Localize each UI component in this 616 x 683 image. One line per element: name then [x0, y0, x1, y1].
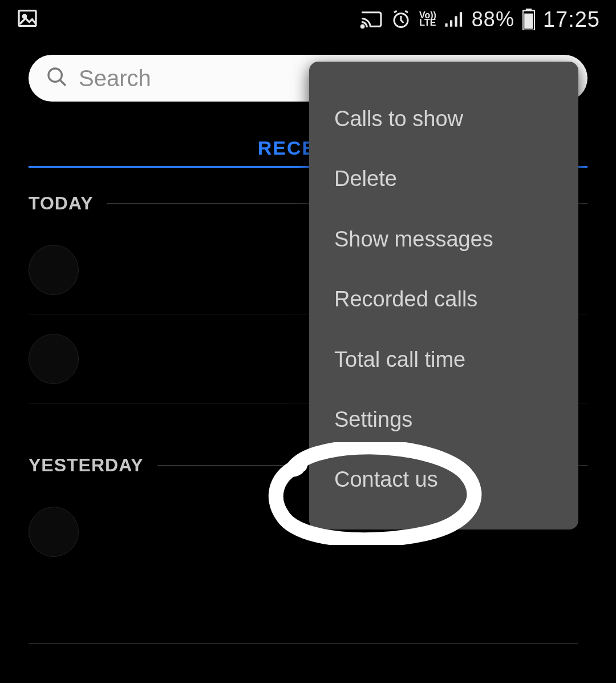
avatar	[29, 334, 79, 384]
search-icon	[46, 66, 68, 91]
image-notification-icon	[16, 7, 39, 32]
svg-point-2	[361, 25, 364, 28]
volte-bottom: LTE	[419, 19, 436, 27]
battery-percentage: 88%	[472, 7, 514, 31]
battery-icon	[522, 9, 535, 30]
menu-delete[interactable]: Delete	[309, 149, 578, 209]
status-left	[16, 7, 360, 32]
divider	[29, 643, 578, 644]
yesterday-label: YESTERDAY	[29, 455, 144, 476]
menu-settings[interactable]: Settings	[309, 390, 578, 450]
today-label: TODAY	[29, 193, 93, 214]
menu-contact-us[interactable]: Contact us	[309, 450, 578, 510]
clock: 17:25	[543, 7, 600, 32]
avatar	[29, 507, 79, 557]
status-right: Vo)) LTE 88% 17:25	[360, 7, 600, 32]
menu-calls-to-show[interactable]: Calls to show	[309, 89, 578, 149]
menu-total-call-time[interactable]: Total call time	[309, 330, 578, 390]
svg-rect-4	[445, 23, 447, 27]
overflow-menu: Calls to show Delete Show messages Recor…	[309, 62, 578, 530]
svg-point-11	[48, 68, 62, 82]
alarm-icon	[391, 9, 411, 30]
signal-icon	[444, 11, 464, 28]
svg-rect-6	[455, 16, 457, 26]
svg-rect-7	[460, 12, 462, 27]
menu-show-messages[interactable]: Show messages	[309, 209, 578, 269]
status-bar: Vo)) LTE 88% 17:25	[0, 0, 616, 39]
volte-icon: Vo)) LTE	[419, 12, 436, 27]
svg-rect-10	[524, 14, 533, 29]
svg-rect-5	[450, 20, 452, 26]
avatar	[29, 245, 79, 295]
menu-recorded-calls[interactable]: Recorded calls	[309, 269, 578, 329]
cast-icon	[360, 10, 383, 29]
